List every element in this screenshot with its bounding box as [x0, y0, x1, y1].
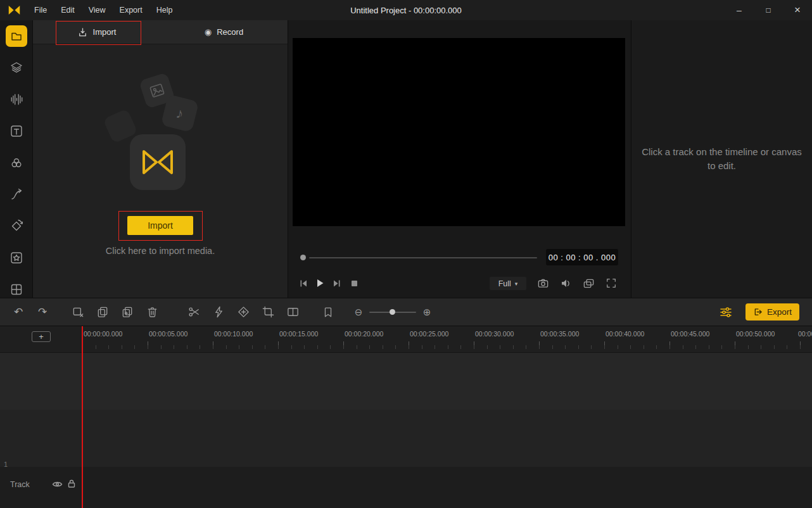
image-icon — [148, 81, 167, 100]
seek-handle[interactable] — [300, 255, 306, 260]
video-canvas[interactable] — [293, 38, 625, 226]
timeline: 00:00:00.000 00:00:05.000 00:00:10.000 0… — [0, 326, 812, 508]
menu-help[interactable]: Help — [149, 0, 180, 20]
lock-icon — [67, 479, 76, 488]
timeline-zoom-slider[interactable] — [369, 312, 416, 313]
marker-icon — [322, 306, 334, 319]
menu-bar: File Edit View Export Help — [27, 0, 179, 20]
stop-button[interactable] — [346, 275, 362, 291]
layers-icon — [10, 61, 23, 75]
sidebar-item-media[interactable] — [6, 25, 27, 47]
crop-button[interactable] — [257, 302, 279, 323]
track-visibility-toggle[interactable] — [51, 479, 63, 489]
ruler-label: 00:00:55.000 — [798, 330, 812, 338]
preview-panel: 00 : 00 : 00 . 000 Full ▾ — [288, 20, 631, 298]
prev-frame-button[interactable] — [296, 275, 311, 291]
zoom-slider-handle[interactable] — [390, 309, 395, 315]
app-logo-icon — [8, 5, 21, 15]
sidebar-item-behaviors[interactable] — [6, 184, 27, 205]
export-button[interactable]: Export — [745, 303, 799, 321]
tab-import[interactable]: Import — [33, 20, 160, 44]
menu-edit[interactable]: Edit — [54, 0, 82, 20]
ruler-label: 00:00:35.000 — [540, 330, 579, 338]
sidebar-item-elements[interactable] — [6, 57, 27, 79]
scale-select[interactable]: Full ▾ — [490, 277, 526, 290]
fullscreen-button[interactable] — [604, 275, 619, 291]
eye-icon — [52, 480, 63, 488]
marker-button[interactable] — [317, 302, 339, 323]
quick-split-button[interactable] — [208, 302, 229, 323]
import-button[interactable]: Import — [127, 216, 193, 235]
split-screen-button[interactable] — [282, 302, 303, 323]
media-content: ♪ Import Click here to import media. — [33, 44, 288, 298]
split-button[interactable] — [183, 302, 205, 323]
menu-export[interactable]: Export — [113, 0, 149, 20]
menu-file[interactable]: File — [27, 0, 54, 20]
sidebar-item-audio[interactable] — [6, 89, 27, 110]
add-track-button[interactable]: + — [32, 331, 51, 342]
transport-controls: Full ▾ — [288, 275, 631, 294]
track-lock-toggle[interactable] — [67, 478, 77, 489]
motion-arrow-icon — [10, 187, 23, 201]
ruler-label: 00:00:50.000 — [736, 330, 775, 338]
zoom-out-icon: ⊖ — [355, 307, 363, 317]
music-tile: ♪ — [161, 94, 200, 133]
scissors-icon — [187, 305, 201, 319]
export-icon — [753, 307, 763, 317]
ruler-label: 00:00:15.000 — [279, 330, 318, 338]
adjust-button[interactable] — [715, 302, 737, 323]
volume-button[interactable] — [558, 275, 573, 291]
duplicate-button[interactable] — [117, 302, 138, 323]
maximize-button[interactable]: □ — [754, 0, 783, 20]
text-icon — [10, 124, 23, 138]
add-keyframe-button[interactable] — [232, 302, 254, 323]
track-index: 1 — [4, 460, 8, 468]
record-icon: ◉ — [205, 28, 212, 36]
zoom-in-button[interactable]: ⊕ — [419, 302, 435, 323]
seek-track[interactable] — [309, 257, 537, 258]
chevron-down-icon: ▾ — [515, 281, 518, 287]
trash-icon — [146, 305, 159, 319]
close-button[interactable]: × — [783, 0, 812, 20]
sidebar-item-effects[interactable] — [6, 247, 27, 269]
tab-record[interactable]: ◉ Record — [160, 20, 288, 44]
track-lane-1[interactable] — [0, 353, 812, 410]
timeline-ruler[interactable]: 00:00:00.000 00:00:05.000 00:00:10.000 0… — [0, 326, 812, 353]
next-frame-button[interactable] — [329, 275, 344, 291]
color-circles-icon — [10, 156, 23, 170]
redo-button[interactable]: ↷ — [32, 302, 53, 323]
media-illustration: ♪ — [106, 76, 213, 206]
feature-sidebar — [0, 20, 33, 298]
ruler-label: 00:00:25.000 — [410, 330, 448, 338]
menu-view[interactable]: View — [82, 0, 113, 20]
tab-import-label: Import — [93, 27, 117, 37]
undo-button[interactable]: ↶ — [8, 302, 29, 323]
track-lane-2[interactable] — [0, 410, 812, 467]
sidebar-item-text[interactable] — [6, 120, 27, 142]
ruler-label: 00:00:10.000 — [214, 330, 253, 338]
ruler-label: 00:00:45.000 — [671, 330, 709, 338]
split-view-icon — [286, 305, 300, 319]
copy-button[interactable] — [92, 302, 113, 323]
trash-button[interactable] — [141, 302, 163, 323]
maximize-icon: □ — [766, 6, 770, 15]
minimize-button[interactable]: – — [725, 0, 754, 20]
ruler-minor-ticks — [82, 345, 812, 349]
split-screen-icon — [10, 283, 23, 296]
sidebar-item-animations[interactable] — [6, 215, 27, 237]
delete-clip-button[interactable] — [67, 302, 89, 323]
sidebar-item-filters[interactable] — [6, 152, 27, 174]
prev-frame-icon — [299, 279, 308, 288]
playhead[interactable] — [82, 326, 83, 508]
sidebar-item-split-screen[interactable] — [6, 279, 27, 300]
media-folder-icon — [10, 30, 23, 42]
logo-tile — [130, 134, 186, 190]
play-button[interactable] — [312, 275, 327, 291]
edit-hint: Click a track on the timeline or canvas … — [640, 145, 804, 173]
snapshot-button[interactable] — [535, 275, 550, 291]
ruler-label: 00:00:20.000 — [345, 330, 383, 338]
time-display: 00 : 00 : 00 . 000 — [546, 249, 618, 265]
zoom-in-icon: ⊕ — [423, 307, 431, 317]
zoom-out-button[interactable]: ⊖ — [350, 302, 367, 323]
multi-preview-button[interactable] — [581, 275, 596, 291]
